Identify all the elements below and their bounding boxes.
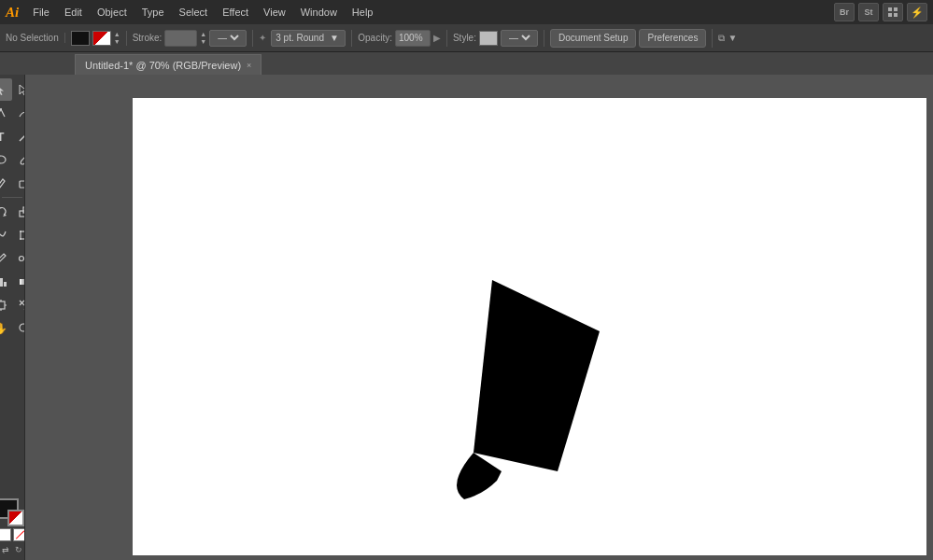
white-swatch[interactable] [0, 528, 11, 541]
brush-icon: ✦ [259, 33, 266, 43]
tool-row-shape [0, 148, 25, 171]
scale-tool-button[interactable] [13, 201, 26, 223]
curvature-tool-button[interactable] [13, 102, 26, 124]
svg-marker-33 [474, 280, 600, 471]
style-label: Style: [453, 33, 476, 43]
stroke-up-arrow[interactable]: ▲ [114, 31, 120, 37]
tool-row-pen [0, 102, 25, 124]
style-section: Style: — [453, 30, 544, 47]
style-dropdown[interactable]: — [501, 30, 538, 47]
stroke-input[interactable] [164, 30, 197, 47]
tab-bar: Untitled-1* @ 70% (RGB/Preview) × [0, 52, 933, 75]
direct-select-tool-button[interactable] [13, 78, 26, 101]
stroke-color-swatch[interactable] [92, 31, 111, 46]
eyedropper-tool-button[interactable] [0, 247, 12, 270]
stock-icon[interactable]: St [858, 3, 879, 21]
artboard [133, 98, 926, 555]
svg-rect-2 [888, 13, 892, 17]
swatch-row [0, 528, 25, 541]
zoom-tool-button[interactable] [13, 317, 26, 340]
menu-window[interactable]: Window [294, 5, 344, 20]
rotate-view-icon[interactable]: ↻ [15, 545, 22, 554]
fill-swatch[interactable] [71, 31, 90, 46]
hand-tool-button[interactable]: ✋ [0, 317, 12, 340]
stroke-section: Stroke: ▲ ▼ — [133, 30, 254, 47]
stroke-val-up[interactable]: ▲ [200, 31, 206, 37]
grid-icon[interactable] [883, 3, 903, 21]
brush-tool-button[interactable] [13, 148, 26, 171]
stroke-down-arrow[interactable]: ▼ [114, 38, 120, 45]
arrange-chevron-icon[interactable]: ▼ [728, 33, 737, 43]
warp-tool-button[interactable] [0, 224, 12, 246]
free-transform-button[interactable] [13, 224, 26, 246]
menu-object[interactable]: Object [91, 5, 134, 20]
type-tool-button[interactable]: T [0, 125, 12, 147]
style-swatch[interactable] [479, 31, 498, 46]
tool-separator-1 [2, 197, 22, 198]
preferences-button[interactable]: Preferences [639, 29, 706, 48]
artboard-tool-button[interactable] [0, 294, 12, 316]
menu-edit[interactable]: Edit [58, 5, 89, 20]
column-graph-button[interactable] [0, 271, 12, 293]
tool-row-warp [0, 224, 25, 246]
swap-colors-icon[interactable]: ⇄ [2, 545, 9, 554]
document-setup-button[interactable]: Document Setup [550, 29, 637, 48]
menu-effect[interactable]: Effect [216, 5, 255, 20]
slice-tool-button[interactable] [13, 294, 26, 316]
stroke-val-down[interactable]: ▼ [200, 38, 206, 45]
gradient-tool-button[interactable] [13, 271, 26, 293]
ellipse-tool-button[interactable] [0, 148, 12, 171]
stroke-arrows: ▲ ▼ [114, 31, 120, 45]
lightning-icon[interactable]: ⚡ [907, 3, 927, 21]
background-swatch[interactable] [7, 510, 24, 526]
svg-rect-23 [0, 278, 3, 287]
opacity-arrow-icon[interactable]: ▶ [433, 33, 441, 43]
opacity-label: Opacity: [358, 33, 392, 43]
svg-point-15 [20, 231, 21, 232]
canvas-area[interactable] [25, 75, 933, 560]
tab-title: Untitled-1* @ 70% (RGB/Preview) [85, 60, 241, 71]
menu-type[interactable]: Type [135, 5, 171, 20]
fg-bg-swatches [0, 498, 25, 526]
close-tab-button[interactable]: × [247, 61, 251, 70]
blend-tool-button[interactable] [13, 247, 26, 270]
tool-row-rotate [0, 201, 25, 223]
tool-row-select [0, 78, 25, 101]
svg-point-20 [19, 257, 23, 261]
bridge-icon[interactable]: Br [834, 3, 855, 21]
cursor-art-svg [422, 257, 637, 527]
svg-rect-1 [894, 7, 898, 11]
selection-section: No Selection [6, 33, 65, 43]
menu-select[interactable]: Select [173, 5, 215, 20]
pen-tool-button[interactable] [0, 102, 12, 124]
tool-row-gradient [0, 271, 25, 293]
art-shape [422, 257, 637, 529]
line-tool-button[interactable] [13, 125, 26, 147]
opacity-input[interactable] [395, 30, 431, 47]
rotate-tool-button[interactable] [0, 201, 12, 223]
stroke-text-label: Stroke: [133, 33, 163, 43]
opacity-section: Opacity: ▶ [358, 30, 447, 47]
svg-point-17 [20, 238, 21, 240]
stroke-select[interactable]: — [214, 32, 242, 44]
brush-dropdown[interactable]: 3 pt. Round ▼ [271, 30, 346, 47]
style-select[interactable]: — [505, 32, 533, 44]
document-tab[interactable]: Untitled-1* @ 70% (RGB/Preview) × [75, 54, 262, 75]
menu-file[interactable]: File [26, 5, 56, 20]
arrange-icon[interactable]: ⧉ [718, 33, 725, 44]
brush-value: 3 pt. Round [276, 33, 324, 43]
none-swatch[interactable] [13, 528, 25, 541]
fill-section: ▲ ▼ [71, 31, 127, 46]
select-tool-button[interactable] [0, 78, 12, 101]
tool-row-navigate: ✋ [0, 317, 25, 340]
tool-row-symbol [0, 294, 25, 316]
menu-bar: Ai File Edit Object Type Select Effect V… [0, 0, 933, 24]
svg-rect-24 [4, 282, 7, 287]
arrange-section: ⧉ ▼ [718, 33, 742, 44]
pencil-tool-button[interactable] [0, 172, 12, 194]
stroke-dropdown[interactable]: — [209, 30, 247, 47]
menu-view[interactable]: View [257, 5, 292, 20]
color-area: ⇄ ↻ [0, 498, 25, 560]
menu-help[interactable]: Help [346, 5, 380, 20]
eraser-tool-button[interactable] [13, 172, 26, 194]
